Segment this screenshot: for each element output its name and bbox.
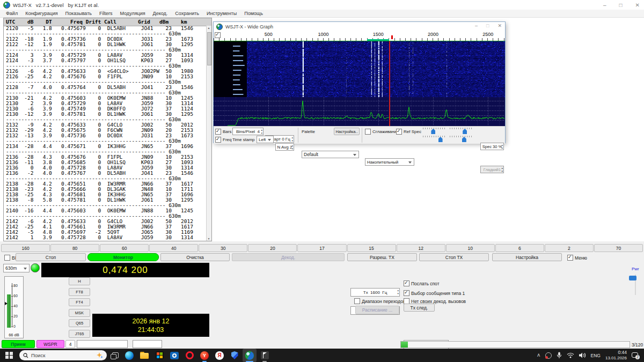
wg-slider-1[interactable] [423, 128, 447, 135]
tx-freq-spinner[interactable]: Tx 1600 Гц [350, 288, 400, 297]
mode-button-FT8[interactable]: FT8 [69, 288, 90, 296]
band-button-160[interactable]: 160 [1, 244, 50, 252]
ref-spec-checkbox[interactable]: Ref Spec [396, 129, 421, 135]
tray-clock[interactable]: 0:44 13.01.2026 [605, 350, 627, 360]
band-button-6[interactable]: 6 [495, 244, 544, 252]
n-avg-spinner[interactable]: N Avg 2 [275, 143, 294, 151]
wg-close-button[interactable]: ✕ [497, 23, 502, 28]
outlook-icon[interactable] [167, 349, 181, 362]
bars-checkbox[interactable]: Bars [215, 129, 231, 135]
minimize-button[interactable]: – [603, 2, 606, 8]
enable-tx-button[interactable]: Разреш. TX [347, 253, 417, 261]
speaker-icon[interactable] [579, 352, 586, 358]
wide-graph-titlebar[interactable]: WSJT-X - Wide Graph [214, 22, 505, 31]
palette-select[interactable]: Default [302, 151, 359, 158]
band-button-30[interactable]: 30 [199, 244, 247, 252]
menu-checkbox[interactable]: Меню [567, 255, 587, 261]
decode-button[interactable]: Декод. [232, 253, 345, 261]
edge-icon[interactable] [122, 349, 136, 362]
waterfall-canvas[interactable] [214, 41, 505, 97]
bins-pixel-spinner[interactable]: Bins/Pixel 4 [232, 128, 264, 135]
band-button-60[interactable]: 60 [100, 244, 149, 252]
mode-button-JT65[interactable]: JT65 [69, 330, 90, 338]
wsjtx-taskbar-icon[interactable] [243, 349, 257, 362]
yandex-icon[interactable]: Я [213, 349, 226, 362]
tray-chevron-icon[interactable]: ˄ [537, 352, 540, 358]
band-button-17[interactable]: 17 [297, 244, 346, 252]
message-type-checkbox[interactable]: Выбор сообщения типа 1 [404, 290, 465, 296]
menu-Сохранить[interactable]: Сохранить [171, 11, 203, 16]
band-button-70[interactable]: 70 [594, 244, 643, 252]
notifications-icon[interactable]: 2 [632, 352, 640, 359]
wg-slider-4[interactable] [450, 136, 473, 143]
spectrum-mode-select[interactable]: Накопительный [365, 158, 414, 166]
tray-time: 0:44 [605, 350, 627, 356]
band-button-80[interactable]: 80 [50, 244, 99, 252]
task-view-icon[interactable] [107, 349, 121, 362]
wg-maximize-button[interactable]: □ [486, 23, 489, 28]
stop-button[interactable]: Стоп [16, 253, 86, 261]
spectrum-canvas[interactable] [214, 97, 505, 126]
band-button-20[interactable]: 20 [248, 244, 297, 252]
freq-checkbox[interactable]: Freq [215, 137, 231, 143]
scroll-down-icon[interactable]: ▼ [207, 237, 211, 240]
schedule-button[interactable]: Расписание ... [355, 306, 399, 314]
wg-slider-3[interactable] [423, 136, 447, 143]
wifi-icon[interactable] [567, 352, 574, 358]
band-select[interactable]: 630m [3, 264, 30, 272]
band-button-15[interactable]: 15 [347, 244, 396, 252]
smooth-spinner[interactable]: Гладкий1 [480, 166, 504, 173]
menu-Файл[interactable]: Файл [2, 11, 21, 16]
band-button-10[interactable]: 10 [446, 244, 495, 252]
mode-button-H[interactable]: H [69, 277, 90, 285]
band-button-12[interactable]: 12 [397, 244, 445, 252]
menubar: ФайлКонфигурацияПоказыватьFiltersМодуляц… [0, 10, 644, 18]
app-icon[interactable] [258, 349, 272, 362]
erase-button[interactable]: Очистка [160, 253, 230, 261]
pwr-slider-handle[interactable] [629, 276, 636, 280]
menu-Filters[interactable]: Filters [96, 11, 116, 16]
scrollbar-thumb[interactable] [207, 32, 211, 65]
wg-slider-2[interactable] [450, 128, 473, 135]
spec-spinner[interactable]: Spec 30 % [480, 143, 504, 150]
menu-Конфигурация[interactable]: Конфигурация [21, 11, 61, 16]
menu-Модуляция[interactable]: Модуляция [116, 11, 149, 16]
yandex-browser-icon[interactable]: Y [197, 349, 211, 362]
maximize-button[interactable]: □ [619, 2, 623, 8]
start-button[interactable] [0, 349, 18, 362]
menu-Декод.[interactable]: Декод. [149, 11, 172, 16]
table-row[interactable]: 2142 1 3.9 0.475728 0 LA8AV JO59 30 1314 [6, 235, 207, 240]
file-explorer-icon[interactable] [137, 349, 151, 362]
menu-Показывать[interactable]: Показывать [62, 11, 96, 16]
palette-adjust-button[interactable]: Настройка.. [334, 128, 360, 135]
recording-icon[interactable] [545, 352, 552, 359]
menu-Инструменты[interactable]: Инструменты [203, 11, 240, 16]
mode-button-Q65[interactable]: Q65 [69, 319, 90, 327]
upload-spots-checkbox[interactable]: Послать спот [404, 280, 440, 286]
band-hopping-checkbox[interactable]: Диапазон переходов [354, 298, 406, 304]
menu-Помощь[interactable]: Помощь [240, 11, 267, 16]
band-button-40[interactable]: 40 [149, 244, 198, 252]
pwr-label: Pwr [632, 267, 639, 271]
microsoft-store-icon[interactable] [152, 349, 166, 362]
mode-button-FT4[interactable]: FT4 [69, 298, 90, 306]
close-button[interactable]: ✕ [635, 2, 640, 8]
wg-minimize-button[interactable]: – [475, 23, 478, 28]
halt-tx-button[interactable]: Стоп TX [419, 253, 489, 261]
smooth-checkbox[interactable]: Сглаживание [365, 129, 399, 135]
tx-next-button[interactable]: Tx след. [404, 304, 435, 312]
screen: WSJT-X v2.7.1-devel by K1JT et al. – □ ✕… [0, 0, 644, 362]
shield-icon[interactable] [228, 349, 241, 362]
table-scrollbar[interactable]: ▲ ▼ [206, 26, 211, 241]
mode-button-MSK[interactable]: MSK [69, 309, 90, 317]
band-button-2[interactable]: 2 [545, 244, 594, 252]
scale-checkbox[interactable] [215, 32, 221, 38]
scroll-up-icon[interactable]: ▲ [207, 26, 211, 29]
language-indicator[interactable]: ENG [591, 353, 601, 358]
monitor-button[interactable]: Монитор [87, 253, 159, 261]
opera-icon[interactable] [182, 349, 196, 362]
taskbar-search[interactable]: Поиск [19, 350, 107, 360]
microphone-icon[interactable] [557, 352, 562, 359]
timestamp-select[interactable]: Left [257, 136, 274, 143]
tune-button[interactable]: Настройка [492, 253, 562, 261]
